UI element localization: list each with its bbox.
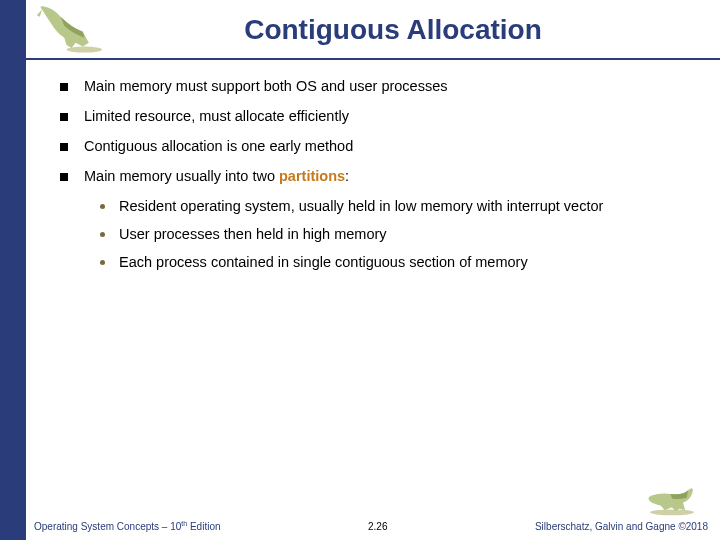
bullet-item: Main memory usually into two partitions: <box>60 168 690 184</box>
sub-bullet-item: Resident operating system, usually held … <box>100 198 690 214</box>
sub-bullet-item: User processes then held in high memory <box>100 226 690 242</box>
square-bullet-icon <box>60 173 68 181</box>
slide-title: Contiguous Allocation <box>26 0 720 46</box>
dinosaur-logo-icon <box>28 2 108 54</box>
footer-text: Silberschatz, Galvin and Gagne <box>535 521 678 532</box>
square-bullet-icon <box>60 83 68 91</box>
footer-text: Operating System Concepts – 10 <box>34 521 181 532</box>
footer-left: Operating System Concepts – 10th Edition <box>34 520 221 532</box>
square-bullet-icon <box>60 143 68 151</box>
highlight-word: partitions <box>279 168 345 184</box>
slide-number: 2.26 <box>221 521 535 532</box>
bullet-text: Limited resource, must allocate efficien… <box>84 108 349 124</box>
left-sidebar <box>0 0 26 540</box>
bullet-text-part: Main memory usually into two <box>84 168 279 184</box>
dot-bullet-icon <box>100 260 105 265</box>
square-bullet-icon <box>60 113 68 121</box>
sub-bullet-text: Resident operating system, usually held … <box>119 198 603 214</box>
dot-bullet-icon <box>100 204 105 209</box>
footer: Operating System Concepts – 10th Edition… <box>34 510 708 532</box>
sub-bullet-text: User processes then held in high memory <box>119 226 387 242</box>
bullet-text: Contiguous allocation is one early metho… <box>84 138 353 154</box>
copyright-icon: © <box>678 521 685 532</box>
bullet-item: Main memory must support both OS and use… <box>60 78 690 94</box>
footer-text: 2018 <box>686 521 708 532</box>
bullet-text: Main memory must support both OS and use… <box>84 78 447 94</box>
footer-text: Edition <box>187 521 220 532</box>
sub-bullet-item: Each process contained in single contigu… <box>100 254 690 270</box>
bullet-item: Contiguous allocation is one early metho… <box>60 138 690 154</box>
bullet-text-part: : <box>345 168 349 184</box>
slide-content: Main memory must support both OS and use… <box>60 78 690 282</box>
header: Contiguous Allocation <box>26 0 720 60</box>
bullet-item: Limited resource, must allocate efficien… <box>60 108 690 124</box>
sub-bullet-text: Each process contained in single contigu… <box>119 254 528 270</box>
bullet-text: Main memory usually into two partitions: <box>84 168 349 184</box>
dot-bullet-icon <box>100 232 105 237</box>
footer-right: Silberschatz, Galvin and Gagne ©2018 <box>535 521 708 532</box>
